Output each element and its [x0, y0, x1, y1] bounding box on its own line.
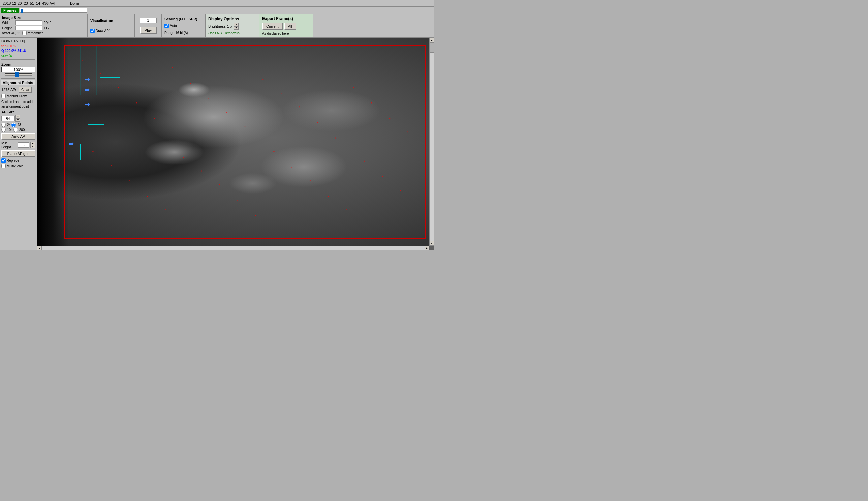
frames-label: Frames	[1, 8, 19, 13]
height-input	[15, 25, 42, 30]
display-options-title: Display Options	[208, 17, 257, 21]
width-input	[15, 20, 42, 25]
frame-info-gray: gray (al)	[1, 53, 35, 58]
lunar-terrain	[37, 38, 429, 246]
draw-aps-checkbox[interactable]	[90, 29, 95, 33]
brightness-spinner[interactable]: ▲ ▼	[234, 23, 239, 30]
ap-size-up[interactable]: ▲	[15, 115, 20, 118]
range-label: Range 16 bit(A)	[164, 31, 188, 35]
min-bright-down[interactable]: ▼	[30, 145, 35, 148]
range-row: Range 16 bit(A)	[164, 31, 203, 35]
header-row: Image Size Width 2040 Height 1120 offset…	[0, 14, 434, 38]
alignment-points-section: Alignment Points 1275 APs Clear Manual D…	[1, 78, 35, 168]
scroll-track-h[interactable]	[42, 246, 425, 251]
export-frames-title: Export Frame(s)	[262, 16, 311, 21]
ap-radio-104-200: 104 200	[1, 128, 35, 132]
remember-checkbox[interactable]	[22, 31, 26, 35]
frame-info-q: Q 100.0% 241.6	[1, 49, 35, 53]
place-ap-button[interactable]: Place AP grid	[1, 150, 35, 157]
main-content: F# 869 [1/2000] top 0.0 % Q 100.0% 241.6…	[0, 38, 434, 250]
offset-value: 46, 21	[11, 31, 21, 35]
manual-draw-row[interactable]: Manual Draw	[1, 94, 35, 98]
frames-bar: Frames	[0, 7, 434, 14]
min-bright-row: Min Bright ▲ ▼	[1, 141, 35, 149]
ap-size-200-label: 200	[19, 128, 25, 132]
auto-scaling-label: Auto	[170, 24, 177, 28]
scroll-track-v[interactable]	[430, 42, 434, 241]
width-label: Width	[2, 21, 15, 25]
ap-radio-24-48: 24 48	[1, 123, 35, 127]
export-all-button[interactable]: All	[284, 23, 296, 30]
zoom-slider[interactable]	[5, 74, 32, 75]
min-bright-spinner[interactable]: ▲ ▼	[30, 142, 35, 148]
brightness-up[interactable]: ▲	[234, 23, 239, 26]
ap-size-48-label: 48	[17, 123, 21, 127]
zoom-display: 100%	[1, 67, 35, 73]
ap-size-spinner[interactable]: ▲ ▼	[15, 115, 21, 122]
min-bright-input[interactable]	[18, 142, 29, 148]
ap-size-104-label: 104	[7, 128, 13, 132]
remember-label: remember	[28, 31, 43, 35]
scroll-left-button[interactable]: ◄	[37, 246, 42, 251]
frames-slider[interactable]	[20, 8, 87, 13]
clear-button[interactable]: Clear	[19, 87, 32, 93]
display-options-panel: Display Options Brightness 1 x ▲ ▼ Does …	[206, 14, 259, 38]
does-not-alter-label: Does NOT alter data!	[208, 31, 257, 35]
zoom-slider-thumb[interactable]	[15, 73, 19, 77]
ap-size-radio-200[interactable]	[13, 128, 18, 132]
multiscale-checkbox[interactable]	[1, 164, 6, 168]
ap-size-input-row: ▲ ▼	[1, 115, 35, 122]
sidebar: F# 869 [1/2000] top 0.0 % Q 100.0% 241.6…	[0, 38, 37, 250]
draw-aps-label: Draw AP's	[96, 29, 111, 33]
scaling-panel: Scaling (FIT / SER) Auto Range 16 bit(A)	[162, 14, 206, 38]
min-bright-label: Min Bright	[1, 141, 17, 149]
replace-checkbox[interactable]	[1, 159, 6, 163]
ap-size-down[interactable]: ▼	[15, 118, 20, 122]
width-value: 2040	[44, 21, 56, 25]
scroll-up-button[interactable]: ▲	[430, 38, 434, 42]
ap-size-radio-104[interactable]	[1, 128, 6, 132]
replace-row[interactable]: Replace	[1, 159, 35, 163]
offset-row: offset 46, 21 remember	[2, 31, 85, 35]
brightness-row: Brightness 1 x ▲ ▼	[208, 23, 257, 30]
remember-checkbox-row[interactable]: remember	[22, 31, 43, 35]
ap-count-row: 1275 APs Clear	[1, 87, 35, 93]
height-label: Height	[2, 26, 15, 30]
image-viewport[interactable]: ➡ ➡ ➡ ➡ ▲ ▼ ◄ ►	[37, 38, 434, 250]
multiscale-row[interactable]: Multi-Scale	[1, 164, 35, 168]
zoom-section: Zoom 100%	[1, 61, 35, 75]
moon-image-area[interactable]: ➡ ➡ ➡ ➡	[37, 38, 429, 246]
export-current-button[interactable]: Current	[262, 23, 283, 30]
auto-scaling-row[interactable]: Auto	[164, 24, 203, 28]
frame-number-input[interactable]	[140, 18, 157, 23]
height-row: Height 1120	[2, 25, 85, 30]
export-buttons-row: Current All	[262, 23, 311, 30]
auto-ap-button[interactable]: Auto AP	[1, 133, 35, 140]
draw-aps-row[interactable]: Draw AP's	[90, 29, 132, 33]
filename-label: 2018-12-20_23_51_14_436.AVI	[0, 0, 67, 7]
ap-size-radio-48[interactable]	[11, 123, 16, 127]
scaling-title: Scaling (FIT / SER)	[164, 17, 203, 21]
brightness-down[interactable]: ▼	[234, 26, 239, 30]
brightness-value: 1	[227, 24, 229, 28]
image-size-panel: Image Size Width 2040 Height 1120 offset…	[0, 14, 88, 38]
play-button[interactable]: Play	[140, 26, 157, 34]
ap-size-radio-24[interactable]	[1, 123, 6, 127]
zoom-slider-container	[1, 74, 35, 75]
min-bright-up[interactable]: ▲	[30, 142, 35, 145]
status-label: Done	[67, 0, 82, 7]
play-panel: Play	[135, 14, 162, 38]
manual-draw-checkbox[interactable]	[1, 94, 6, 98]
brightness-label: Brightness	[208, 24, 226, 28]
scroll-right-button[interactable]: ►	[425, 246, 429, 251]
click-instruction: Click in image to add an alignment point	[1, 100, 35, 108]
ap-size-input[interactable]	[1, 116, 15, 121]
scroll-thumb-v[interactable]	[430, 42, 434, 53]
vertical-scrollbar[interactable]: ▲ ▼	[429, 38, 434, 246]
scroll-down-button[interactable]: ▼	[430, 241, 434, 246]
width-row: Width 2040	[2, 20, 85, 25]
horizontal-scrollbar[interactable]: ◄ ►	[37, 246, 429, 250]
height-value: 1120	[44, 26, 56, 30]
auto-scaling-checkbox[interactable]	[164, 24, 169, 28]
visualisation-panel: Visualisation Draw AP's	[88, 14, 135, 38]
